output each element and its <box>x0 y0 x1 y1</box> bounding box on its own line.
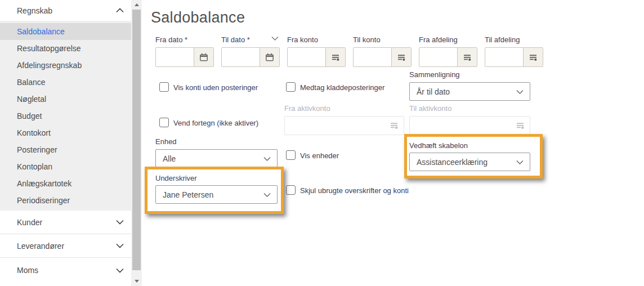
fra-afdeling-input[interactable] <box>419 48 457 66</box>
enhed-group: Enhed Alle <box>155 137 278 168</box>
sidebar-item-label: Kontokort <box>17 128 51 137</box>
til-dato-fieldbox <box>221 47 280 67</box>
underskriver-value: Jane Petersen <box>163 190 213 199</box>
checkbox-vis-enheder[interactable]: Vis enheder <box>286 150 339 160</box>
checkbox-label: Vend fortegn (ikke aktiver) <box>173 118 258 127</box>
til-konto-lookup-button[interactable] <box>391 48 411 66</box>
til-aktivkonto-fieldbox <box>409 116 530 135</box>
fra-dato-fieldbox <box>155 47 214 67</box>
vedhaeft-skabelon-select[interactable]: Assistanceerklæring <box>409 153 530 171</box>
date-preset-chevron-icon[interactable] <box>271 36 279 41</box>
vedhaeft-skabelon-group: Vedhæft skabelon Assistanceerklæring <box>407 137 540 171</box>
enhed-select[interactable]: Alle <box>155 149 278 168</box>
til-dato-field-group: Til dato * <box>221 35 280 67</box>
fra-afdeling-field-group: Fra afdeling <box>419 35 477 67</box>
sidebar-item-label: Balance <box>17 78 46 87</box>
scroll-up-button[interactable] <box>131 0 142 10</box>
enhed-label: Enhed <box>155 137 278 146</box>
sammenligning-select[interactable]: År til dato <box>409 82 530 101</box>
sidebar-item-label: Posteringer <box>17 145 57 154</box>
sidebar-item-anlaegskartotek[interactable]: Anlægskartotek <box>0 175 131 192</box>
highlight-box-vedhaeft-skabelon: Vedhæft skabelon Assistanceerklæring <box>404 134 543 178</box>
app-window: Regnskab Saldobalance Resultatopgørelse … <box>0 0 644 286</box>
sidebar-group-kunder[interactable]: Kunder <box>0 211 131 234</box>
chevron-down-icon <box>516 160 524 165</box>
sidebar-scrollbar[interactable] <box>131 0 142 286</box>
sidebar-item-kontoplan[interactable]: Kontoplan <box>0 158 131 175</box>
sidebar-item-balance[interactable]: Balance <box>0 74 131 91</box>
sidebar-item-label: Resultatopgørelse <box>17 44 81 53</box>
sidebar-item-budget[interactable]: Budget <box>0 108 131 124</box>
list-lookup-icon <box>396 52 406 62</box>
vedhaeft-skabelon-value: Assistanceerklæring <box>417 158 488 167</box>
fra-konto-label: Fra konto <box>287 35 346 44</box>
scroll-down-button[interactable] <box>131 276 142 286</box>
fra-afdeling-label: Fra afdeling <box>419 35 477 44</box>
sidebar-group-regnskab[interactable]: Regnskab <box>0 0 131 21</box>
page-title: Saldobalance <box>151 9 245 26</box>
checkbox-box[interactable] <box>286 82 296 92</box>
sidebar-group-label: Regnskab <box>17 6 52 15</box>
chevron-down-icon <box>116 220 124 225</box>
checkbox-label: Vis enheder <box>300 150 339 160</box>
sidebar-group-label: Moms <box>17 266 38 275</box>
fra-konto-lookup-button[interactable] <box>325 48 345 66</box>
checkbox-label: Skjul ubrugte overskrifter og konti <box>300 185 409 195</box>
fra-aktivkonto-fieldbox <box>284 116 404 135</box>
scrollbar-thumb[interactable] <box>132 10 141 270</box>
checkbox-box[interactable] <box>159 82 169 92</box>
checkbox-box[interactable] <box>159 118 169 127</box>
checkbox-label: Medtag kladdeposteringer <box>300 82 384 92</box>
sidebar-item-label: Budget <box>17 111 42 120</box>
fra-dato-field-group: Fra dato * <box>155 35 214 67</box>
scroll-down-icon <box>135 280 139 283</box>
calendar-icon <box>199 52 209 62</box>
checkbox-box[interactable] <box>286 150 296 160</box>
sidebar-item-nogletal[interactable]: Nøgletal <box>0 91 131 108</box>
checkbox-medtag-kladdeposteringer[interactable]: Medtag kladdeposteringer <box>286 82 384 92</box>
sidebar-item-periodiseringer[interactable]: Periodiseringer <box>0 192 131 209</box>
checkbox-skjul-ubrugte[interactable]: Skjul ubrugte overskrifter og konti <box>286 185 409 195</box>
list-lookup-icon <box>515 120 525 131</box>
list-lookup-icon <box>330 52 341 62</box>
fra-konto-field-group: Fra konto <box>287 35 346 67</box>
sidebar-item-label: Periodiseringer <box>17 196 70 205</box>
checkbox-vend-fortegn[interactable]: Vend fortegn (ikke aktiver) <box>159 118 258 127</box>
list-lookup-icon <box>389 120 399 131</box>
fra-konto-input[interactable] <box>288 48 325 66</box>
fra-dato-calendar-button[interactable] <box>194 48 213 66</box>
sidebar-item-resultatopgorelse[interactable]: Resultatopgørelse <box>0 40 131 57</box>
til-afdeling-input[interactable] <box>485 48 523 66</box>
chevron-down-icon <box>116 268 124 273</box>
fra-dato-input[interactable] <box>156 48 194 66</box>
checkbox-vis-konti-uden-posteringer[interactable]: Vis konti uden posteringer <box>159 82 258 92</box>
calendar-icon <box>265 52 275 62</box>
fra-aktivkonto-group: Fra aktivkonto <box>284 104 404 135</box>
enhed-value: Alle <box>163 154 176 163</box>
underskriver-select[interactable]: Jane Petersen <box>155 185 278 204</box>
underskriver-label: Underskriver <box>155 173 281 183</box>
til-aktivkonto-label: Til aktivkonto <box>409 104 530 113</box>
sidebar: Regnskab Saldobalance Resultatopgørelse … <box>0 0 131 286</box>
sidebar-item-afdelingsregnskab[interactable]: Afdelingsregnskab <box>0 57 131 74</box>
checkbox-box[interactable] <box>286 185 296 195</box>
til-afdeling-lookup-button[interactable] <box>523 48 543 66</box>
til-aktivkonto-lookup-button <box>510 117 530 135</box>
til-dato-calendar-button[interactable] <box>260 48 279 66</box>
scroll-up-icon <box>135 3 139 6</box>
sidebar-item-label: Saldobalance <box>17 27 65 36</box>
sidebar-item-label: Afdelingsregnskab <box>17 61 82 70</box>
til-konto-input[interactable] <box>354 48 391 66</box>
fra-afdeling-lookup-button[interactable] <box>457 48 477 66</box>
sidebar-item-posteringer[interactable]: Posteringer <box>0 141 131 158</box>
sidebar-item-kontokort[interactable]: Kontokort <box>0 124 131 141</box>
list-lookup-icon <box>462 52 472 62</box>
main-content: Saldobalance Fra dato * Til dato * <box>142 0 644 286</box>
fra-dato-label: Fra dato * <box>155 35 214 44</box>
sidebar-group-moms[interactable]: Moms <box>0 258 131 283</box>
chevron-down-icon <box>116 243 124 248</box>
sidebar-group-leverandorer[interactable]: Leverandører <box>0 234 131 258</box>
til-konto-field-group: Til konto <box>353 35 412 67</box>
sidebar-item-saldobalance[interactable]: Saldobalance <box>0 23 131 40</box>
til-dato-input[interactable] <box>222 48 260 66</box>
